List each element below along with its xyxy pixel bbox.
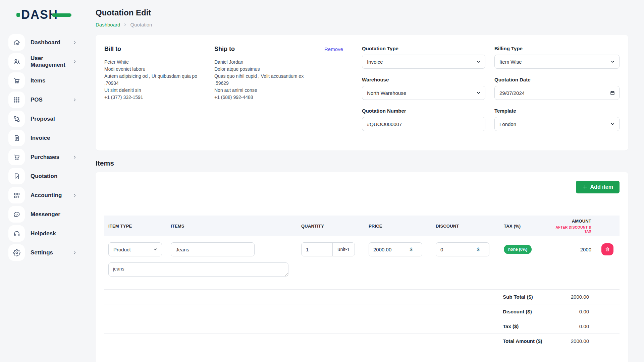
users-icon xyxy=(8,53,25,70)
sidebar-item-label: Quotation xyxy=(31,173,86,180)
quotation-date-input[interactable] xyxy=(494,86,620,100)
sidebar-item-helpdesk[interactable]: Helpdesk xyxy=(8,225,86,242)
unit-addon: unit-1 xyxy=(332,243,355,256)
ship-to-line: Dolor atque possimus xyxy=(214,66,318,73)
total-amount-value: 2000.00 xyxy=(567,338,589,344)
quantity-group: unit-1 xyxy=(301,242,355,256)
sidebar-item-label: Proposal xyxy=(31,116,86,122)
warehouse-field: Warehouse North Warehouse xyxy=(362,77,485,100)
totals-block: Sub Total ($) 2000.00 Discount ($) 0.00 … xyxy=(104,289,620,348)
plus-icon xyxy=(582,184,588,190)
gear-icon xyxy=(8,244,25,261)
sidebar: DASH Dashboard User Management xyxy=(0,0,86,362)
quotation-type-select[interactable]: Invoice xyxy=(362,55,485,69)
bill-to-block: Bill to Peter White Modi eveniet laboru … xyxy=(104,46,214,137)
discount-total-value: 0.00 xyxy=(567,309,589,314)
item-type-select[interactable]: Product xyxy=(108,242,162,256)
subtotal-value: 2000.00 xyxy=(567,294,589,300)
brand-logo[interactable]: DASH xyxy=(21,7,71,23)
bill-to-line: Ut sint deleniti sin xyxy=(104,87,208,94)
sidebar-item-user-management[interactable]: User Management xyxy=(8,53,86,70)
item-description-textarea[interactable]: jeans xyxy=(108,262,288,277)
template-select[interactable]: London xyxy=(494,117,620,131)
headphones-icon xyxy=(8,225,25,242)
warehouse-select[interactable]: North Warehouse xyxy=(362,86,485,100)
chat-bubble-icon xyxy=(8,206,25,223)
sidebar-item-proposal[interactable]: Proposal xyxy=(8,111,86,127)
amount-header-label: AMOUNT xyxy=(572,219,591,224)
ship-to-line: Non aut animi conse xyxy=(214,87,318,94)
bill-to-line: Autem adipisicing od , Ut quibusdam quia… xyxy=(104,73,208,87)
billing-type-label: Billing Type xyxy=(494,46,620,51)
quotation-number-field: Quotation Number xyxy=(362,108,485,131)
document-icon xyxy=(8,130,25,146)
page-title: Quotation Edit xyxy=(96,8,628,17)
item-row: Product unit-1 $ xyxy=(104,236,620,256)
subtotal-row: Sub Total ($) 2000.00 xyxy=(104,289,620,304)
price-currency-addon: $ xyxy=(400,243,422,256)
blocks-plus-icon xyxy=(8,187,25,203)
item-name-input[interactable] xyxy=(171,242,255,256)
discount-group: $ xyxy=(436,242,489,256)
sidebar-item-label: Purchases xyxy=(31,154,72,161)
trash-icon xyxy=(605,247,610,252)
logo-dot xyxy=(16,13,20,17)
delete-item-button[interactable] xyxy=(601,243,613,255)
ship-to-heading: Ship to xyxy=(214,46,318,53)
sidebar-item-label: Messenger xyxy=(31,211,86,218)
sidebar-item-settings[interactable]: Settings xyxy=(8,244,86,261)
bill-to-phone: +1 (377) 332-1591 xyxy=(104,94,208,101)
billing-type-field: Billing Type Item Wise xyxy=(494,46,620,69)
items-table-header: ITEM TYPE ITEMS QUANTITY PRICE DISCOUNT … xyxy=(104,216,620,236)
quantity-input[interactable] xyxy=(302,243,332,256)
sidebar-item-accounting[interactable]: Accounting xyxy=(8,187,86,203)
sidebar-item-label: Accounting xyxy=(31,192,72,199)
tax-badge[interactable]: none (0%) xyxy=(504,245,532,254)
sidebar-item-label: Items xyxy=(31,77,86,84)
sidebar-item-quotation[interactable]: Quotation xyxy=(8,168,86,184)
logo-bar xyxy=(52,13,71,17)
sidebar-item-label: Invoice xyxy=(31,135,86,141)
sidebar-item-dashboard[interactable]: Dashboard xyxy=(8,34,86,51)
add-item-button[interactable]: Add item xyxy=(576,181,620,193)
column-header-items: ITEMS xyxy=(167,224,297,229)
breadcrumb-link-dashboard[interactable]: Dashboard xyxy=(96,22,120,27)
ship-to-name: Daniel Jordan xyxy=(214,59,318,66)
column-header-item-type: ITEM TYPE xyxy=(104,224,167,229)
breadcrumb-current: Quotation xyxy=(130,22,152,27)
sidebar-item-label: POS xyxy=(31,97,72,103)
sidebar-item-purchases[interactable]: Purchases xyxy=(8,149,86,165)
quotation-number-input[interactable] xyxy=(362,117,485,131)
column-header-price: PRICE xyxy=(365,224,432,229)
column-header-quantity: QUANTITY xyxy=(297,224,365,229)
tax-total-row: Tax ($) 0.00 xyxy=(104,319,620,334)
items-card: Add item ITEM TYPE ITEMS QUANTITY PRICE … xyxy=(96,172,628,362)
price-input[interactable] xyxy=(369,243,400,256)
discount-input[interactable] xyxy=(436,243,467,256)
warehouse-label: Warehouse xyxy=(362,77,485,82)
chevron-right-icon xyxy=(72,98,77,102)
home-icon xyxy=(8,34,25,51)
price-group: $ xyxy=(369,242,422,256)
discount-total-label: Discount ($) xyxy=(503,309,567,314)
quotation-type-label: Quotation Type xyxy=(362,46,485,51)
bill-to-name: Peter White xyxy=(104,59,208,66)
sidebar-item-label: User Management xyxy=(31,55,72,68)
sidebar-item-messenger[interactable]: Messenger xyxy=(8,206,86,223)
sidebar-item-label: Dashboard xyxy=(31,39,72,46)
quotation-date-label: Quotation Date xyxy=(494,77,620,82)
sidebar-item-invoice[interactable]: Invoice xyxy=(8,130,86,146)
amount-subheader: AFTER DISCOUNT & TAX xyxy=(553,225,591,233)
remove-link[interactable]: Remove xyxy=(324,46,343,137)
billing-type-select[interactable]: Item Wise xyxy=(494,55,620,69)
total-amount-label: Total Amount ($) xyxy=(503,338,567,344)
chevron-right-icon xyxy=(72,59,77,64)
column-header-discount: DISCOUNT xyxy=(432,224,500,229)
sidebar-item-items[interactable]: Items xyxy=(8,72,86,89)
items-section-heading: Items xyxy=(96,159,628,167)
sidebar-item-pos[interactable]: POS xyxy=(8,92,86,108)
chevron-right-icon xyxy=(72,250,77,255)
cart-icon xyxy=(8,72,25,89)
template-label: Template xyxy=(494,108,620,114)
chevron-right-icon xyxy=(72,193,77,198)
